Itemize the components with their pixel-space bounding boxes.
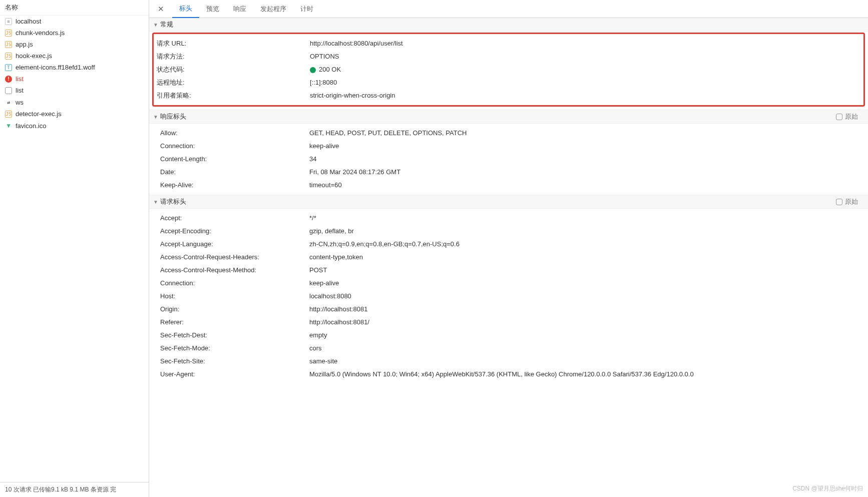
header-row: Access-Control-Request-Headers:content-t…	[149, 251, 868, 264]
header-key: Accept-Encoding:	[160, 226, 309, 236]
header-row: Host:localhost:8080	[149, 290, 868, 303]
request-detail-panel: ✕ 标头预览响应发起程序计时 ▼ 常规 请求 URL:http://localh…	[149, 0, 868, 497]
request-list: ≡localhostJSchunk-vendors.jsJSapp.jsJSho…	[0, 16, 149, 482]
header-value: [::1]:8080	[310, 78, 863, 88]
doc-icon: ≡	[5, 18, 12, 25]
request-row[interactable]: ≡localhost	[0, 16, 149, 27]
tab-4[interactable]: 计时	[293, 0, 320, 18]
header-key: 请求方法:	[157, 52, 310, 62]
header-key: 远程地址:	[157, 78, 310, 88]
request-name: chunk-vendors.js	[16, 29, 65, 37]
header-key: Origin:	[160, 304, 309, 314]
request-name: hook-exec.js	[16, 52, 52, 60]
section-request-header[interactable]: ▼ 请求标头 原始	[149, 195, 868, 209]
js-icon: JS	[5, 111, 12, 118]
header-value: timeout=60	[309, 180, 868, 190]
raw-toggle-response[interactable]: 原始	[836, 112, 858, 121]
header-key: Allow:	[160, 128, 309, 138]
request-row[interactable]: JSapp.js	[0, 39, 149, 50]
header-row: Sec-Fetch-Site:same-site	[149, 355, 868, 368]
header-value: GET, HEAD, POST, PUT, DELETE, OPTIONS, P…	[309, 128, 868, 138]
checkbox-icon[interactable]	[836, 199, 842, 205]
header-key: Accept:	[160, 213, 309, 223]
request-row[interactable]: list	[0, 85, 149, 96]
checkbox-icon[interactable]	[836, 114, 842, 120]
header-key: Access-Control-Request-Method:	[160, 265, 309, 275]
header-row: Origin:http://localhost:8081	[149, 303, 868, 316]
tab-0[interactable]: 标头	[172, 0, 199, 18]
request-row[interactable]: JSdetector-exec.js	[0, 108, 149, 120]
request-row[interactable]: ⇄ws	[0, 96, 149, 108]
request-row[interactable]: ▼favicon.ico	[0, 120, 149, 132]
header-row: Access-Control-Request-Method:POST	[149, 264, 868, 277]
request-name: ws	[16, 99, 24, 106]
close-icon[interactable]: ✕	[153, 2, 168, 17]
section-response-title: 响应标头	[160, 112, 186, 121]
header-value: http://localhost:8081	[309, 304, 868, 314]
request-name: list	[16, 87, 24, 94]
header-value: keep-alive	[309, 278, 868, 288]
request-row[interactable]: JSchunk-vendors.js	[0, 27, 149, 39]
js-icon: JS	[5, 30, 12, 37]
header-row: Connection:keep-alive	[149, 140, 868, 153]
request-name: favicon.ico	[16, 122, 46, 130]
section-response-header[interactable]: ▼ 响应标头 原始	[149, 110, 868, 124]
section-request-title: 请求标头	[160, 197, 186, 206]
header-value: cors	[309, 343, 868, 353]
header-row: Referer:http://localhost:8081/	[149, 316, 868, 329]
header-row: 请求 URL:http://localhost:8080/api/user/li…	[154, 37, 863, 50]
raw-toggle-request[interactable]: 原始	[836, 197, 858, 206]
header-key: Sec-Fetch-Site:	[160, 356, 309, 366]
header-value: strict-origin-when-cross-origin	[310, 91, 863, 101]
fav-icon: ▼	[5, 122, 12, 130]
header-row: Sec-Fetch-Mode:cors	[149, 342, 868, 355]
request-name: localhost	[16, 18, 41, 25]
header-value: POST	[309, 265, 868, 275]
header-key: Date:	[160, 167, 309, 177]
header-value: same-site	[309, 356, 868, 366]
err-icon: !	[5, 76, 12, 83]
header-value: http://localhost:8080/api/user/list	[310, 39, 863, 49]
tab-2[interactable]: 响应	[226, 0, 253, 18]
header-key: Connection:	[160, 278, 309, 288]
watermark: CSDN @望月思she何时归	[792, 484, 863, 493]
font-icon: T	[5, 64, 12, 71]
request-row[interactable]: Telement-icons.ff18efd1.woff	[0, 62, 149, 73]
header-key: Access-Control-Request-Headers:	[160, 252, 309, 262]
header-key: Keep-Alive:	[160, 180, 309, 190]
general-highlight-box: 请求 URL:http://localhost:8080/api/user/li…	[152, 33, 865, 107]
header-row: Sec-Fetch-Dest:empty	[149, 329, 868, 342]
detail-tabs: ✕ 标头预览响应发起程序计时	[149, 0, 868, 18]
header-key: 请求 URL:	[157, 39, 310, 49]
chevron-down-icon: ▼	[153, 22, 158, 28]
ws-icon: ⇄	[5, 98, 12, 106]
section-general-header[interactable]: ▼ 常规	[149, 18, 868, 32]
header-row: 状态代码:200 OK	[154, 63, 863, 76]
chevron-down-icon: ▼	[153, 199, 158, 205]
header-value: empty	[309, 330, 868, 340]
request-row[interactable]: !list	[0, 73, 149, 85]
header-key: Sec-Fetch-Dest:	[160, 330, 309, 340]
header-key: Content-Length:	[160, 154, 309, 164]
header-value: content-type,token	[309, 252, 868, 262]
request-row[interactable]: JShook-exec.js	[0, 50, 149, 62]
header-value: OPTIONS	[310, 52, 863, 62]
header-key: Accept-Language:	[160, 239, 309, 249]
tab-1[interactable]: 预览	[199, 0, 226, 18]
status-bar: 10 次请求 已传输9.1 kB 9.1 MB 条资源 完	[0, 482, 149, 497]
section-general-title: 常规	[160, 20, 173, 29]
js-icon: JS	[5, 53, 12, 60]
header-value: http://localhost:8081/	[309, 317, 868, 327]
header-key: 引用者策略:	[157, 91, 310, 101]
status-dot-icon	[310, 67, 316, 73]
header-row: Keep-Alive:timeout=60	[149, 179, 868, 192]
header-value: 34	[309, 154, 868, 164]
header-row: Accept-Language:zh-CN,zh;q=0.9,en;q=0.8,…	[149, 238, 868, 251]
header-value: zh-CN,zh;q=0.9,en;q=0.8,en-GB;q=0.7,en-U…	[309, 239, 868, 249]
header-row: Accept-Encoding:gzip, deflate, br	[149, 225, 868, 238]
sidebar-header-name[interactable]: 名称	[0, 0, 149, 16]
chevron-down-icon: ▼	[153, 114, 158, 120]
header-value: localhost:8080	[309, 291, 868, 301]
tab-3[interactable]: 发起程序	[253, 0, 293, 18]
header-key: 状态代码:	[157, 65, 310, 75]
